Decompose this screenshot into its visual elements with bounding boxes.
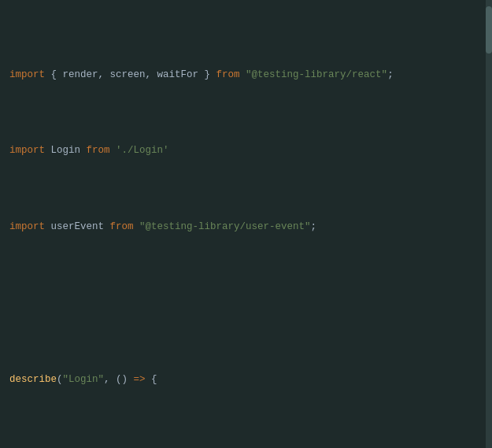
code-line: import Login from './Login' [9, 143, 483, 158]
scrollbar-thumb[interactable] [486, 6, 492, 54]
code-line [9, 296, 483, 311]
scrollbar-track[interactable] [486, 0, 492, 448]
code-line: import { render, screen, waitFor } from … [9, 68, 483, 83]
code-editor: import { render, screen, waitFor } from … [0, 0, 492, 448]
code-content: import { render, screen, waitFor } from … [0, 0, 492, 448]
code-line: import userEvent from "@testing-library/… [9, 220, 483, 235]
code-line: describe("Login", () => { [9, 372, 483, 387]
